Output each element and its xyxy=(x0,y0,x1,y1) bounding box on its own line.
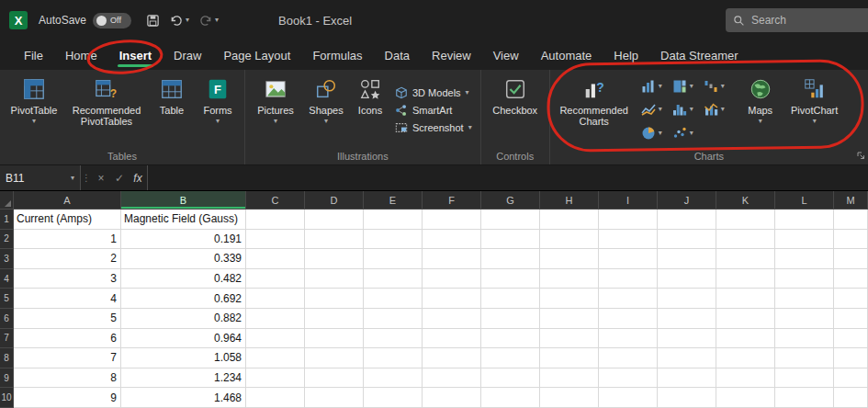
cell-J8[interactable] xyxy=(658,348,716,368)
column-header-D[interactable]: D xyxy=(305,191,364,210)
cell-H2[interactable] xyxy=(540,230,599,250)
cell-L3[interactable] xyxy=(775,249,834,269)
cell-G4[interactable] xyxy=(481,269,540,289)
cell-M3[interactable] xyxy=(834,249,868,269)
column-header-A[interactable]: A xyxy=(14,191,121,210)
excel-logo-icon[interactable]: X xyxy=(9,11,28,29)
3d-models-button[interactable]: 3D Models ▾ xyxy=(395,86,472,99)
cell-A3[interactable]: 2 xyxy=(14,249,121,269)
maps-button[interactable]: Maps ▾ xyxy=(738,73,783,147)
cell-F6[interactable] xyxy=(423,309,481,329)
insert-function-button[interactable]: fx xyxy=(129,165,147,190)
cell-F3[interactable] xyxy=(423,249,481,269)
row-header-7[interactable]: 7 xyxy=(0,329,14,349)
row-header-8[interactable]: 8 xyxy=(0,348,14,368)
cell-B5[interactable]: 0.692 xyxy=(121,289,246,309)
recommended-charts-button[interactable]: ? Recommended Charts xyxy=(555,73,634,147)
cell-J7[interactable] xyxy=(658,329,716,349)
icons-button[interactable]: Icons xyxy=(351,73,389,147)
tab-page-layout[interactable]: Page Layout xyxy=(212,40,301,70)
cell-E4[interactable] xyxy=(364,269,423,289)
cell-M5[interactable] xyxy=(834,289,868,309)
cell-D8[interactable] xyxy=(305,348,364,368)
insert-waterfall-chart-button[interactable]: ▾ xyxy=(702,75,733,97)
tab-review[interactable]: Review xyxy=(421,40,482,70)
tab-data-streamer[interactable]: Data Streamer xyxy=(649,40,750,70)
cell-L8[interactable] xyxy=(775,348,834,368)
table-button[interactable]: Table xyxy=(150,73,194,147)
cell-F7[interactable] xyxy=(423,329,481,349)
column-header-G[interactable]: G xyxy=(481,191,540,210)
cell-F9[interactable] xyxy=(423,368,481,389)
cell-F2[interactable] xyxy=(423,230,481,250)
cell-M1[interactable] xyxy=(834,210,868,230)
cell-A8[interactable]: 7 xyxy=(14,348,121,368)
cell-B8[interactable]: 1.058 xyxy=(121,348,246,368)
cell-J5[interactable] xyxy=(658,289,716,309)
cell-C5[interactable] xyxy=(246,289,305,309)
column-header-I[interactable]: I xyxy=(599,191,658,210)
cell-A9[interactable]: 8 xyxy=(14,368,121,389)
cell-H7[interactable] xyxy=(540,329,599,349)
cell-C7[interactable] xyxy=(246,329,305,349)
tab-view[interactable]: View xyxy=(482,40,530,70)
tab-file[interactable]: File xyxy=(13,40,54,70)
cell-G5[interactable] xyxy=(481,289,540,309)
cell-L4[interactable] xyxy=(775,269,834,289)
column-header-M[interactable]: M xyxy=(834,191,868,210)
cell-G8[interactable] xyxy=(481,348,540,368)
cell-B10[interactable]: 1.468 xyxy=(121,388,246,408)
insert-column-or-bar-chart-button[interactable]: ▾ xyxy=(639,75,671,97)
cell-C1[interactable] xyxy=(246,210,305,230)
column-header-C[interactable]: C xyxy=(246,191,305,210)
tab-automate[interactable]: Automate xyxy=(530,40,603,70)
cell-G6[interactable] xyxy=(481,309,540,329)
row-header-3[interactable]: 3 xyxy=(0,249,14,269)
cell-I8[interactable] xyxy=(599,348,658,368)
cell-L7[interactable] xyxy=(775,329,834,349)
insert-hierarchy-chart-button[interactable]: ▾ xyxy=(671,75,702,97)
forms-button[interactable]: F Forms ▾ xyxy=(196,73,240,147)
cell-B1[interactable]: Magnetic Field (Gauss) xyxy=(121,210,246,230)
cell-D5[interactable] xyxy=(305,289,364,309)
shapes-button[interactable]: Shapes ▾ xyxy=(303,73,349,147)
cell-E10[interactable] xyxy=(364,388,423,408)
cell-I1[interactable] xyxy=(599,210,658,230)
cell-E7[interactable] xyxy=(364,329,423,349)
cell-I2[interactable] xyxy=(599,230,658,250)
cell-M6[interactable] xyxy=(834,309,868,329)
cell-H3[interactable] xyxy=(540,249,599,269)
cell-M4[interactable] xyxy=(834,269,868,289)
column-header-B[interactable]: B xyxy=(121,191,246,210)
formula-bar-handle[interactable]: ⋮ xyxy=(81,165,92,190)
cell-E1[interactable] xyxy=(364,210,423,230)
cell-J1[interactable] xyxy=(658,210,716,230)
cell-J9[interactable] xyxy=(658,368,716,389)
cell-E9[interactable] xyxy=(364,368,423,389)
autosave-control[interactable]: AutoSave Off xyxy=(39,13,131,28)
cell-H6[interactable] xyxy=(540,309,599,329)
cell-A7[interactable]: 6 xyxy=(14,329,121,349)
cell-F10[interactable] xyxy=(423,388,481,408)
cell-B2[interactable]: 0.191 xyxy=(121,230,246,250)
search-box[interactable]: Search xyxy=(726,8,868,32)
cell-E8[interactable] xyxy=(364,348,423,368)
charts-dialog-launcher[interactable] xyxy=(856,151,865,162)
undo-button[interactable]: ▾ xyxy=(169,14,189,28)
cell-I10[interactable] xyxy=(599,388,658,408)
name-box[interactable]: B11 ▾ xyxy=(0,165,81,190)
cell-I7[interactable] xyxy=(599,329,658,349)
tab-insert[interactable]: Insert xyxy=(108,40,163,70)
row-header-6[interactable]: 6 xyxy=(0,309,14,329)
save-button[interactable] xyxy=(146,14,160,28)
column-header-K[interactable]: K xyxy=(716,191,775,210)
cell-D9[interactable] xyxy=(305,368,364,389)
insert-scatter-or-bubble-chart-button[interactable]: ▾ xyxy=(671,122,702,144)
cell-G9[interactable] xyxy=(481,368,540,389)
cell-D10[interactable] xyxy=(305,388,364,408)
cell-E3[interactable] xyxy=(364,249,423,269)
cell-K8[interactable] xyxy=(716,348,775,368)
cell-I9[interactable] xyxy=(599,368,658,389)
pivotchart-button[interactable]: PivotChart ▾ xyxy=(784,73,845,147)
cell-M10[interactable] xyxy=(834,388,868,408)
